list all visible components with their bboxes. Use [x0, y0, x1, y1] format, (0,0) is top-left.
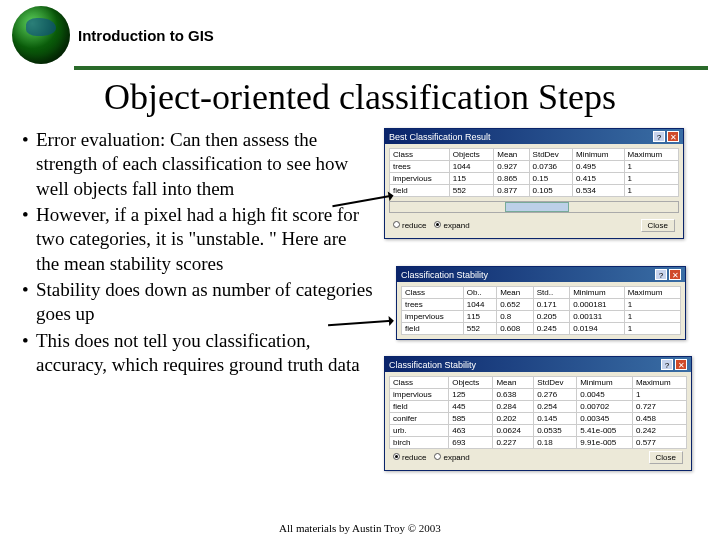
bullet-3: Stability does down as number of categor…	[36, 278, 374, 327]
help-icon[interactable]: ?	[655, 269, 667, 280]
close-button[interactable]: Close	[649, 451, 683, 464]
window-stability-2: Classification Stability ?✕ ClassObjects…	[384, 356, 692, 471]
screenshots: Best Classification Result ?✕ ClassObjec…	[384, 128, 712, 379]
bullet-1: Error evaluation: Can then assess the st…	[36, 128, 374, 201]
help-icon[interactable]: ?	[661, 359, 673, 370]
course-title: Introduction to GIS	[78, 27, 214, 44]
globe-icon	[12, 6, 70, 64]
stability-table-2: ClassObjectsMeanStdDevMinimumMaximum imp…	[389, 376, 687, 449]
expand-radio[interactable]: expand	[443, 221, 469, 230]
divider	[74, 66, 708, 70]
close-icon[interactable]: ✕	[667, 131, 679, 142]
bullet-2: However, if a pixel had a high fit score…	[36, 203, 374, 276]
bullet-4: This does not tell you classification, a…	[36, 329, 374, 378]
bullet-list: •Error evaluation: Can then assess the s…	[14, 128, 374, 377]
window-title: Classification Stability	[389, 360, 476, 370]
close-icon[interactable]: ✕	[675, 359, 687, 370]
expand-radio[interactable]: expand	[443, 453, 469, 462]
credit: All materials by Austin Troy © 2003	[0, 522, 720, 534]
page-title: Object-oriented classification Steps	[10, 76, 710, 118]
window-best-classification: Best Classification Result ?✕ ClassObjec…	[384, 128, 684, 239]
reduce-radio[interactable]: reduce	[402, 453, 426, 462]
scrollbar[interactable]	[389, 201, 679, 213]
reduce-radio[interactable]: reduce	[402, 221, 426, 230]
result-table: ClassObjectsMeanStdDevMinimumMaximum tre…	[389, 148, 679, 197]
window-stability-1: Classification Stability ?✕ ClassOb..Mea…	[396, 266, 686, 340]
window-title: Best Classification Result	[389, 132, 491, 142]
close-icon[interactable]: ✕	[669, 269, 681, 280]
help-icon[interactable]: ?	[653, 131, 665, 142]
window-title: Classification Stability	[401, 270, 488, 280]
stability-table-1: ClassOb..MeanStd..MinimumMaximum trees10…	[401, 286, 681, 335]
close-button[interactable]: Close	[641, 219, 675, 232]
